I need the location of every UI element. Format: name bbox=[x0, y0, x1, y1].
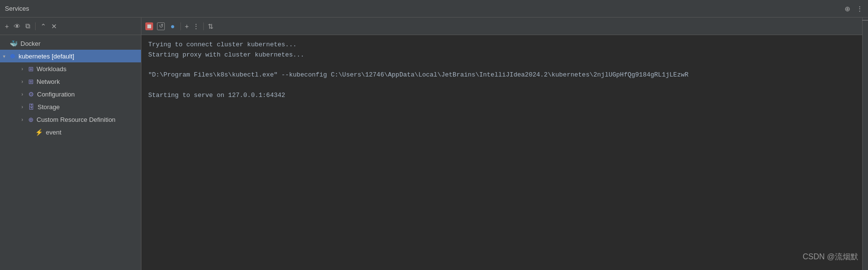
sidebar-item-kubernetes[interactable]: ▾ ☸ kubernetes [default] bbox=[0, 50, 141, 62]
sidebar-item-docker-label: Docker bbox=[20, 40, 40, 47]
menu-icon[interactable]: ⋮ bbox=[856, 5, 863, 13]
workloads-icon: ⊞ bbox=[28, 65, 34, 73]
more-options-icon[interactable]: ⋮ bbox=[193, 22, 199, 30]
restart-button[interactable]: ↺ bbox=[157, 22, 165, 30]
sidebar-item-workloads-label: Workloads bbox=[37, 65, 66, 73]
sidebar-item-storage[interactable]: › 🗄 Storage bbox=[0, 100, 141, 113]
terminal-toolbar: ■ ↺ ● + ⋮ ⇅ bbox=[141, 18, 862, 35]
expand-k8s-icon: ▾ bbox=[3, 54, 10, 59]
terminal-content[interactable]: Trying to connect cluster kubernetes... … bbox=[141, 35, 862, 270]
connect-button[interactable]: ● bbox=[169, 22, 177, 30]
terminal-line-5 bbox=[148, 80, 855, 91]
crd-icon: ⊕ bbox=[28, 116, 34, 123]
expand-network-icon: › bbox=[21, 79, 28, 84]
sidebar: + 👁 ⧉ ⌃ ✕ 🐳 Docker ▾ ☸ kubernetes [defau… bbox=[0, 18, 141, 270]
title-bar-left: Services bbox=[5, 5, 29, 12]
terminal-line-2: Starting proxy with cluster kubernetes..… bbox=[148, 50, 855, 60]
event-icon: ⚡ bbox=[35, 129, 43, 136]
sidebar-item-configuration[interactable]: › ⚙ Configuration bbox=[0, 88, 141, 100]
restart-icon: ↺ bbox=[159, 23, 163, 29]
terminal-area: ■ ↺ ● + ⋮ ⇅ Trying to connect cluster ku… bbox=[141, 18, 862, 270]
sidebar-item-storage-label: Storage bbox=[38, 103, 60, 111]
title-bar-right: ⊕ ⋮ bbox=[845, 5, 863, 13]
sidebar-item-network-label: Network bbox=[37, 78, 60, 85]
sidebar-item-kubernetes-label: kubernetes [default] bbox=[19, 53, 74, 60]
sidebar-item-docker[interactable]: 🐳 Docker bbox=[0, 37, 141, 50]
expand-workloads-icon: › bbox=[21, 66, 28, 72]
eye-icon[interactable]: 👁 bbox=[13, 21, 21, 31]
new-window-icon[interactable]: ⧉ bbox=[24, 21, 31, 31]
sidebar-tree: 🐳 Docker ▾ ☸ kubernetes [default] › ⊞ Wo… bbox=[0, 35, 141, 270]
terminal-line-3 bbox=[148, 60, 855, 71]
kubernetes-icon: ☸ bbox=[10, 53, 16, 60]
collapse-icon[interactable]: ⌃ bbox=[39, 21, 47, 31]
main-layout: + 👁 ⧉ ⌃ ✕ 🐳 Docker ▾ ☸ kubernetes [defau… bbox=[0, 18, 868, 270]
title-bar: Services ⊕ ⋮ bbox=[0, 0, 868, 18]
network-icon: ⊞ bbox=[28, 78, 34, 85]
sidebar-item-configuration-label: Configuration bbox=[37, 91, 75, 98]
expand-crd-icon: › bbox=[21, 117, 28, 122]
sidebar-item-network[interactable]: › ⊞ Network bbox=[0, 75, 141, 88]
app-title: Services bbox=[5, 5, 29, 12]
terminal-line-4: "D:\Program Files\k8s\kubectl.exe" --kub… bbox=[148, 70, 855, 80]
stop-icon: ■ bbox=[147, 22, 152, 31]
add-icon[interactable]: + bbox=[4, 21, 10, 31]
terminal-line-1: Trying to connect cluster kubernetes... bbox=[148, 40, 855, 50]
sidebar-item-event-label: event bbox=[46, 129, 61, 136]
sidebar-item-crd[interactable]: › ⊕ Custom Resource Definition bbox=[0, 113, 141, 126]
expand-storage-icon: › bbox=[21, 104, 28, 110]
expand-config-icon: › bbox=[21, 92, 28, 97]
sidebar-item-crd-label: Custom Resource Definition bbox=[37, 116, 116, 123]
filter-icon[interactable]: ⇅ bbox=[208, 22, 214, 30]
add-tab-icon[interactable]: + bbox=[185, 22, 189, 30]
docker-icon: 🐳 bbox=[10, 40, 18, 47]
sidebar-toolbar: + 👁 ⧉ ⌃ ✕ bbox=[0, 18, 141, 35]
sidebar-item-event[interactable]: ⚡ event bbox=[0, 126, 141, 138]
term-separator-2 bbox=[203, 22, 204, 30]
right-panel: | bbox=[862, 18, 868, 270]
storage-icon: 🗄 bbox=[28, 103, 35, 111]
term-separator bbox=[180, 22, 181, 30]
sidebar-item-workloads[interactable]: › ⊞ Workloads bbox=[0, 62, 141, 75]
config-icon: ⚙ bbox=[28, 91, 34, 98]
toolbar-divider bbox=[35, 22, 36, 30]
close-icon[interactable]: ✕ bbox=[50, 21, 58, 31]
globe-icon[interactable]: ⊕ bbox=[845, 5, 850, 13]
connect-icon: ● bbox=[170, 22, 175, 30]
terminal-line-6: Starting to serve on 127.0.0.1:64342 bbox=[148, 91, 855, 101]
stop-button[interactable]: ■ bbox=[145, 22, 153, 30]
scroll-indicator: | bbox=[861, 19, 868, 22]
